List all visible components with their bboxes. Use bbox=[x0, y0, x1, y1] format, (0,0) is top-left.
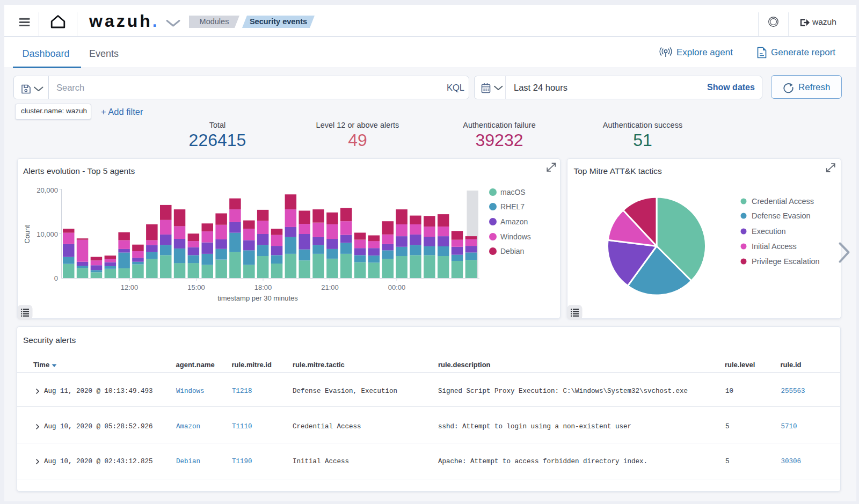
svg-text:20,000: 20,000 bbox=[37, 186, 58, 194]
svg-text:Defense Evasion: Defense Evasion bbox=[752, 211, 811, 220]
svg-text:Count: Count bbox=[23, 225, 31, 244]
svg-text:Initial Access: Initial Access bbox=[752, 242, 797, 251]
svg-text:Execution: Execution bbox=[752, 227, 786, 236]
svg-text:00:00: 00:00 bbox=[388, 283, 406, 291]
svg-text:15:00: 15:00 bbox=[187, 283, 205, 291]
svg-text:timestamp per 30 minutes: timestamp per 30 minutes bbox=[217, 294, 298, 302]
svg-text:Windows: Windows bbox=[500, 232, 531, 241]
svg-text:macOS: macOS bbox=[500, 188, 526, 196]
svg-text:21:00: 21:00 bbox=[321, 283, 339, 291]
svg-text:12:00: 12:00 bbox=[121, 283, 139, 291]
svg-text:0: 0 bbox=[54, 274, 58, 282]
svg-text:Amazon: Amazon bbox=[500, 217, 528, 226]
svg-text:Credential Access: Credential Access bbox=[752, 197, 814, 206]
svg-text:18:00: 18:00 bbox=[254, 283, 272, 291]
svg-text:RHEL7: RHEL7 bbox=[500, 202, 525, 211]
svg-text:10,000: 10,000 bbox=[37, 230, 58, 238]
svg-text:Debian: Debian bbox=[500, 247, 524, 255]
svg-text:Privilege Escalation: Privilege Escalation bbox=[752, 257, 820, 266]
